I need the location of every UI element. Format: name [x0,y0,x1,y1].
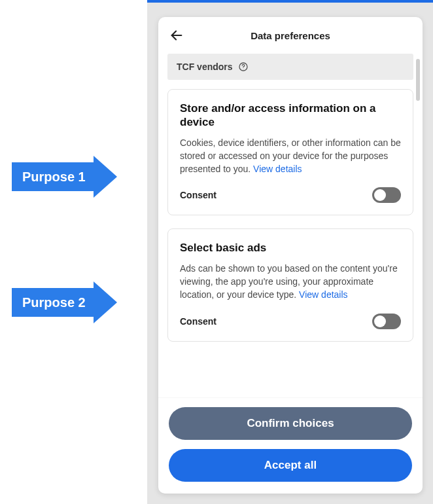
modal-header: Data preferences [158,17,423,54]
annotation-arrow-purpose-2: Purpose 2 [12,281,117,323]
annotation-label: Purpose 1 [12,162,94,191]
back-arrow-icon [169,28,184,43]
tcf-vendors-bar[interactable]: TCF vendors [167,54,413,80]
svg-point-2 [243,69,243,69]
help-icon[interactable] [238,62,249,72]
arrow-head-icon [94,156,117,198]
purpose-description: Cookies, device identifiers, or other in… [180,136,401,176]
scrollbar[interactable] [416,59,420,101]
purpose-title: Select basic ads [180,241,401,255]
confirm-choices-button[interactable]: Confirm choices [169,407,412,440]
purpose-card: Store and/or access information on a dev… [167,89,413,215]
consent-label: Consent [180,316,217,327]
annotation-label: Purpose 2 [12,288,94,317]
consent-toggle[interactable] [372,187,401,203]
view-details-link[interactable]: View details [253,164,302,174]
back-button[interactable] [167,26,186,45]
view-details-link[interactable]: View details [299,289,347,300]
consent-label: Consent [180,190,217,200]
purpose-description: Ads can be shown to you based on the con… [180,262,401,302]
modal-footer: Confirm choices Accept all [158,397,423,494]
annotation-arrow-purpose-1: Purpose 1 [12,156,117,198]
toggle-knob [374,189,386,201]
data-preferences-modal: Data preferences TCF vendors Store and/o… [158,17,423,494]
consent-row: Consent [180,187,401,203]
purpose-card: Select basic ads Ads can be shown to you… [167,228,413,341]
tcf-vendors-label: TCF vendors [177,62,233,72]
modal-title: Data preferences [251,30,330,41]
modal-body: TCF vendors Store and/or access informat… [158,54,423,397]
accept-all-button[interactable]: Accept all [169,449,412,482]
purpose-title: Store and/or access information on a dev… [180,101,401,130]
toggle-knob [374,315,386,327]
arrow-head-icon [94,281,117,323]
consent-toggle[interactable] [372,314,401,329]
consent-row: Consent [180,314,401,329]
